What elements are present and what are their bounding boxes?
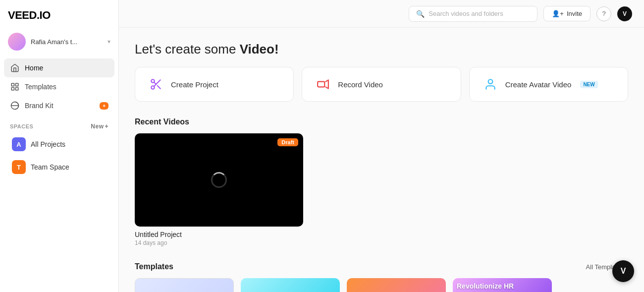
- page-hero: Let's create some Video!: [135, 42, 628, 57]
- spaces-header: SPACES New +: [0, 117, 118, 133]
- topbar: 🔍 Search videos and folders 👤+ Invite ? …: [119, 0, 644, 28]
- scissors-icon: [147, 75, 165, 93]
- template-card-2[interactable]: IMPROVE TIM... +: [241, 278, 340, 292]
- avatar: [8, 33, 26, 51]
- search-box[interactable]: 🔍 Search videos and folders: [409, 6, 537, 22]
- template-card-4[interactable]: Revolutionize HR C: [453, 278, 552, 292]
- template-card-3[interactable]: REVOLUTIONIZE +: [347, 278, 446, 292]
- chat-icon: V: [621, 267, 626, 276]
- spaces-label: SPACES: [10, 123, 33, 129]
- svg-rect-1: [16, 83, 18, 86]
- page-content: Let's create some Video! Create Project …: [119, 28, 644, 292]
- templates-header: Templates All Templates ›: [135, 262, 628, 271]
- action-cards: Create Project Record Video Create Avata…: [135, 67, 628, 102]
- templates-section-title: Templates: [135, 262, 586, 271]
- avatar-icon: [482, 75, 499, 93]
- svg-line-9: [154, 82, 156, 84]
- sidebar-item-brand-kit-label: Brand Kit: [25, 102, 54, 110]
- svg-point-11: [488, 79, 492, 84]
- sidebar-item-templates[interactable]: Templates: [4, 77, 114, 96]
- video-title: Untitled Project: [135, 231, 303, 238]
- invite-icon: 👤+: [552, 10, 564, 17]
- chevron-down-icon: ▾: [107, 38, 110, 45]
- sidebar-item-home[interactable]: Home: [4, 58, 114, 77]
- svg-rect-10: [318, 82, 324, 87]
- svg-line-8: [158, 86, 161, 89]
- brand-kit-icon: [10, 101, 20, 111]
- sidebar-item-home-label: Home: [25, 64, 43, 72]
- invite-button[interactable]: 👤+ Invite: [543, 6, 590, 21]
- video-grid: Draft Untitled Project 14 days ago: [135, 133, 628, 246]
- main-content: 🔍 Search videos and folders 👤+ Invite ? …: [119, 0, 644, 292]
- record-icon: [314, 75, 332, 93]
- template-card-1[interactable]: [135, 278, 234, 292]
- sidebar-nav: Home Templates Brand Kit +: [0, 57, 118, 117]
- record-video-label: Record Video: [338, 80, 383, 89]
- logo: VEED.IO: [0, 0, 118, 29]
- templates-icon: [10, 82, 20, 92]
- plus-icon: +: [105, 123, 108, 130]
- svg-rect-3: [16, 88, 18, 90]
- home-icon: [10, 63, 20, 73]
- svg-rect-2: [11, 88, 14, 90]
- all-projects-icon: A: [12, 137, 26, 151]
- search-icon: 🔍: [416, 10, 425, 18]
- help-button[interactable]: ?: [596, 6, 611, 21]
- svg-rect-0: [11, 83, 14, 86]
- spaces-new-button[interactable]: New +: [91, 123, 108, 130]
- all-projects-label: All Projects: [31, 140, 65, 148]
- templates-grid: IMPROVE TIM... + REVOLUTIONIZE + Revolut…: [135, 278, 628, 292]
- create-project-label: Create Project: [171, 80, 218, 89]
- user-menu[interactable]: Rafia Aman's t... ▾: [0, 29, 118, 57]
- record-video-card[interactable]: Record Video: [302, 67, 461, 102]
- loading-spinner: [211, 172, 227, 188]
- search-placeholder: Search videos and folders: [429, 10, 503, 17]
- sidebar-item-team-space[interactable]: T Team Space: [4, 156, 114, 178]
- create-avatar-card[interactable]: Create Avatar Video NEW: [469, 67, 628, 102]
- new-badge: NEW: [580, 81, 597, 88]
- sidebar-item-templates-label: Templates: [25, 83, 56, 91]
- video-date: 14 days ago: [135, 239, 303, 246]
- video-card[interactable]: Draft Untitled Project 14 days ago: [135, 133, 303, 246]
- user-name: Rafia Aman's t...: [31, 38, 103, 46]
- draft-badge: Draft: [277, 138, 298, 146]
- recent-videos-title: Recent Videos: [135, 117, 628, 126]
- veed-chat-button[interactable]: V: [612, 260, 634, 282]
- brand-kit-badge: +: [100, 102, 108, 110]
- sidebar-item-all-projects[interactable]: A All Projects: [4, 133, 114, 156]
- team-space-label: Team Space: [31, 163, 69, 171]
- sidebar-item-brand-kit[interactable]: Brand Kit +: [4, 96, 114, 115]
- create-project-card[interactable]: Create Project: [135, 67, 294, 102]
- create-avatar-label: Create Avatar Video: [505, 80, 572, 89]
- team-space-icon: T: [12, 160, 26, 174]
- user-avatar-top[interactable]: V: [617, 6, 632, 21]
- sidebar: VEED.IO Rafia Aman's t... ▾ Home Templat…: [0, 0, 119, 292]
- video-thumbnail: Draft: [135, 133, 303, 227]
